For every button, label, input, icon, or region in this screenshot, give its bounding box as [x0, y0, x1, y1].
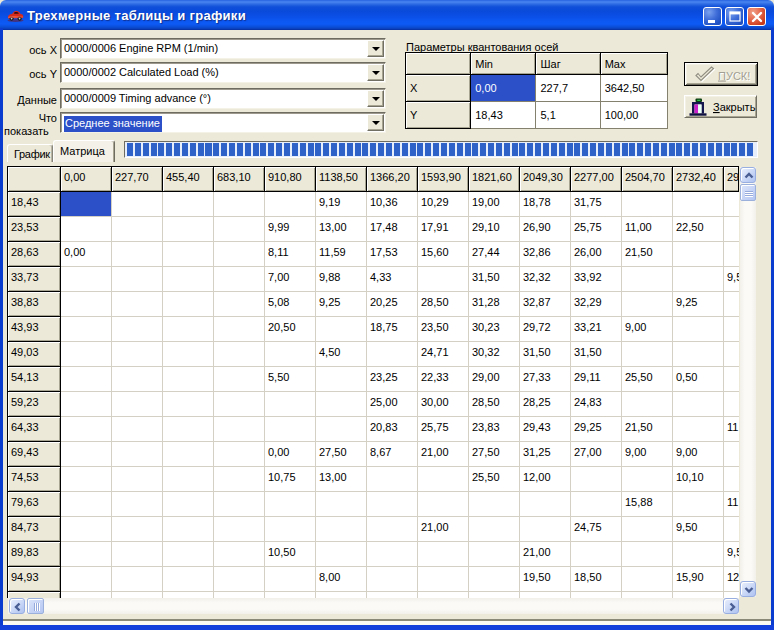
svg-text:ПУСК!: ПУСК!	[718, 70, 750, 82]
svg-text:Закрыть: Закрыть	[713, 101, 756, 113]
